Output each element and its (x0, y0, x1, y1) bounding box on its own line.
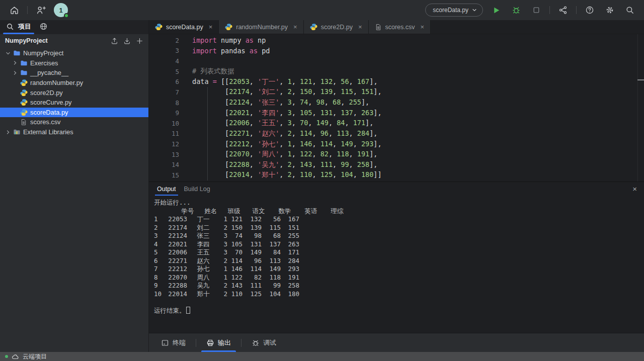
python-icon (225, 23, 232, 31)
line-number: 9 (149, 109, 181, 117)
search-button[interactable] (623, 3, 637, 17)
plus-icon[interactable] (136, 37, 143, 45)
tree-item-label: NumpyProject (23, 49, 63, 57)
code-line-15: 15 [22014, '郑十', 2, 110, 125, 104, 180]] (149, 170, 644, 180)
share-icon (558, 6, 568, 15)
stop-icon (532, 6, 540, 14)
upload-icon[interactable] (111, 37, 118, 45)
line-number: 8 (149, 99, 181, 107)
code-line-5: 5# 列表式数据 (149, 66, 644, 77)
share-button[interactable] (556, 3, 570, 17)
avatar-badge-count: 1 (59, 7, 62, 14)
close-tab-icon[interactable]: × (209, 23, 213, 31)
editor-tab-label: scores.csv (385, 24, 415, 31)
code-line-13: 13 [22070, '周八', 1, 122, 82, 118, 191], (149, 149, 644, 160)
titlebar-separator (549, 6, 550, 14)
bottom-tool-label: 调试 (263, 338, 276, 347)
cloud-project-label[interactable]: 云端项目 (23, 352, 47, 361)
tree-item-scores-csv[interactable]: scores.csv (0, 117, 148, 127)
chevron-right-icon[interactable] (12, 60, 18, 66)
help-button[interactable] (583, 3, 597, 17)
chevron-right-icon[interactable] (12, 70, 18, 76)
project-name: NumpyProject (5, 37, 48, 44)
close-tab-icon[interactable]: × (421, 23, 425, 31)
toolbar-separator (241, 339, 242, 347)
python-icon (20, 89, 28, 97)
folder-icon (20, 69, 28, 76)
tab-project[interactable]: 项目 (5, 20, 32, 33)
editor-tab-score2d-py[interactable]: score2D.py× (304, 20, 369, 34)
code-line-3: 3import pandas as pd (149, 46, 644, 56)
code-line-10: 10 [22006, '王五', 3, 70, 149, 84, 171], (149, 118, 644, 129)
output-table-row: 922288吴九214311199258 (154, 282, 644, 290)
gear-icon (605, 6, 614, 15)
tree-item--pycache-[interactable]: __pycache__ (0, 68, 148, 78)
code-editor[interactable]: 2import numpy as np3import pandas as pd4… (149, 34, 644, 182)
tree-item-scorecurve-py[interactable]: scoreCurve.py (0, 98, 148, 108)
bug-icon (252, 339, 260, 347)
python-icon (20, 79, 28, 86)
active-tab-underline (3, 33, 34, 34)
output-table-row: 422021李四3105131137263 (154, 240, 644, 249)
code-line-12: 12 [22212, '孙七', 1, 146, 114, 149, 293], (149, 139, 644, 149)
tree-item-external-libraries[interactable]: External Libraries (0, 127, 148, 137)
status-bar: 云端项目 (0, 352, 644, 361)
output-console: 开始运行...学号姓名班级语文数学英语理综122053丁一11211325616… (149, 196, 644, 333)
line-number: 14 (149, 161, 181, 168)
file-icon (375, 24, 382, 31)
tree-item-scoredata-py[interactable]: scoreData.py (0, 108, 148, 118)
stop-button[interactable] (529, 3, 543, 17)
tree-item-label: scores.csv (30, 118, 60, 126)
home-icon[interactable] (7, 3, 21, 17)
output-table-row: 322124张三3749868255 (154, 232, 644, 240)
editor-tab-scoredata-py[interactable]: scoreData.py× (149, 20, 219, 34)
close-tab-icon[interactable]: × (358, 23, 362, 31)
run-config-selector[interactable]: scoreData.py (425, 4, 483, 17)
bottom-tool-terminal[interactable]: 终端 (156, 333, 191, 352)
tree-item-numpyproject[interactable]: NumpyProject (0, 48, 148, 58)
chevron-down-icon (471, 7, 477, 13)
run-button[interactable] (489, 3, 503, 17)
bottom-tool-printer[interactable]: 输出 (201, 333, 236, 352)
tree-item-exercises[interactable]: Exercises (0, 58, 148, 68)
editor-scrollbar[interactable] (637, 34, 644, 182)
output-tab-build-log[interactable]: Build Log (180, 182, 214, 196)
line-number: 12 (149, 140, 181, 148)
debug-button[interactable] (509, 3, 523, 17)
close-tab-icon[interactable]: × (293, 23, 297, 31)
output-close-button[interactable]: × (629, 185, 640, 193)
output-tab-output[interactable]: Output (153, 182, 180, 196)
bottom-tool-bug[interactable]: 调试 (247, 333, 281, 352)
output-table-row: 122053丁一112113256167 (154, 215, 644, 224)
code-line-2: 2import numpy as np (149, 35, 644, 46)
editor-tab-scores-csv[interactable]: scores.csv× (369, 20, 431, 34)
line-number: 11 (149, 130, 181, 137)
search-icon (6, 23, 14, 31)
cloud-icon (12, 353, 19, 360)
project-tab-label: 项目 (18, 22, 31, 31)
python-icon (20, 99, 28, 106)
editor-tab-label: scoreData.py (166, 24, 203, 31)
tree-item-score2d-py[interactable]: score2D.py (0, 87, 148, 98)
output-table-row: 722212孙七1146114149293 (154, 265, 644, 274)
code-line-8: 8 [22124, '张三', 3, 74, 98, 68, 255], (149, 98, 644, 108)
avatar[interactable]: 1 (54, 3, 68, 17)
output-panel-header: OutputBuild Log× (149, 182, 644, 196)
line-number: 3 (149, 47, 181, 54)
chevron-down-icon[interactable] (5, 50, 11, 56)
output-start-text: 开始运行... (154, 199, 644, 207)
add-user-icon[interactable] (34, 3, 48, 17)
settings-button[interactable] (603, 3, 617, 17)
output-table-header: 学号姓名班级语文数学英语理综 (154, 207, 644, 216)
editor-tab-randomnumber-py[interactable]: randomNumber.py× (219, 20, 303, 34)
tree-item-randomnumber-py[interactable]: randomNumber.py (0, 78, 148, 88)
search-icon (625, 6, 634, 15)
globe-icon[interactable] (39, 20, 48, 33)
code-line-14: 14 [22288, '吴九', 2, 143, 111, 99, 258], (149, 160, 644, 170)
download-icon[interactable] (123, 37, 131, 45)
bottom-toolbar: 终端输出调试 (149, 333, 644, 352)
library-icon (13, 128, 21, 136)
chevron-right-icon[interactable] (5, 129, 11, 135)
line-number: 13 (149, 151, 181, 158)
printer-icon (206, 339, 214, 347)
